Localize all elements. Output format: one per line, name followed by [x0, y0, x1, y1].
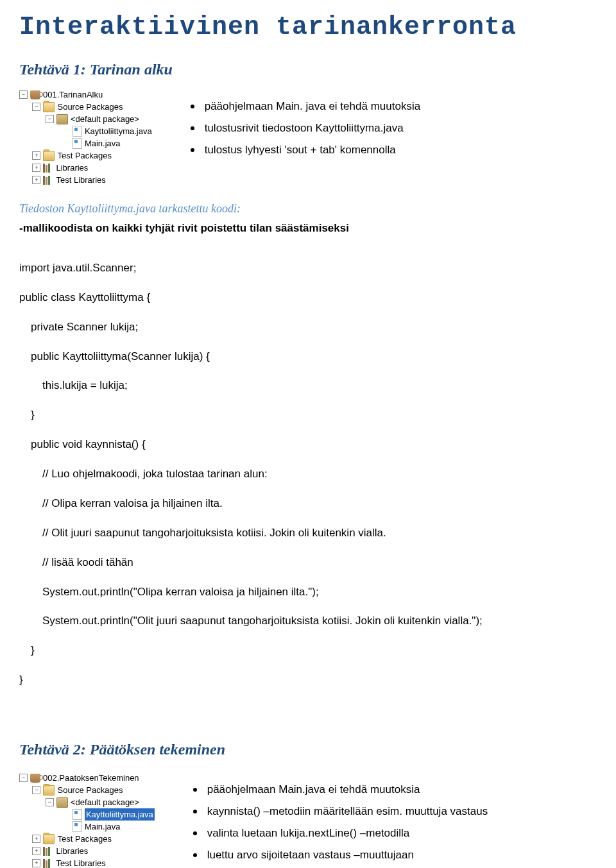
code-line: private Scanner lukija;	[19, 320, 597, 335]
folder-icon	[43, 785, 55, 796]
tree-node-source-packages[interactable]: − Source Packages	[19, 784, 155, 796]
code-line: this.lukija = lukija;	[19, 379, 597, 393]
section-1-heading: Tehtävä 1: Tarinan alku	[19, 61, 597, 78]
tree-label: 001.TarinanAlku	[43, 89, 103, 101]
list-item: kaynnista() –metodiin määritellään esim.…	[193, 805, 488, 818]
collapse-icon[interactable]: −	[32, 786, 40, 794]
tree-label: Main.java	[85, 137, 121, 149]
expand-icon[interactable]: +	[32, 164, 40, 172]
tree-label: Main.java	[85, 821, 121, 833]
library-icon	[43, 164, 53, 173]
tree-node-file[interactable]: Kayttoliittyma.java	[19, 808, 155, 821]
java-file-icon	[73, 809, 82, 820]
library-icon	[43, 176, 53, 185]
tree-label: <default package>	[71, 113, 139, 125]
package-icon	[56, 797, 68, 808]
list-item: luettu arvo sijoitetaan vastaus –muuttuj…	[193, 849, 488, 862]
tree-label: Libraries	[56, 162, 88, 174]
tree-node-file[interactable]: Main.java	[19, 821, 155, 833]
tree-node-root[interactable]: − 001.TarinanAlku	[19, 89, 152, 101]
code-line: import java.util.Scanner;	[19, 261, 597, 276]
expand-icon[interactable]: +	[32, 859, 40, 867]
expand-icon[interactable]: +	[32, 835, 40, 843]
project-tree-1: − 001.TarinanAlku − Source Packages − <d…	[19, 85, 152, 186]
code-line: // Olipa kerran valoisa ja hiljainen ilt…	[19, 497, 597, 511]
collapse-icon[interactable]: −	[19, 774, 28, 782]
tree-label: Libraries	[56, 845, 88, 857]
package-icon	[56, 114, 68, 124]
folder-icon	[43, 834, 55, 844]
code-line: }	[19, 673, 597, 688]
section-2-heading: Tehtävä 2: Päätöksen tekeminen	[19, 741, 597, 758]
collapse-icon[interactable]: −	[19, 90, 28, 99]
tree-node-file[interactable]: Main.java	[19, 137, 152, 149]
code-line: public void kaynnista() {	[19, 438, 597, 452]
code-line: public class Kayttoliittyma {	[19, 291, 597, 305]
tree-label: Test Libraries	[56, 174, 105, 186]
collapse-icon[interactable]: −	[46, 798, 54, 806]
instructions-list-1: pääohjelmaan Main. java ei tehdä muutoks…	[191, 91, 420, 166]
library-icon	[43, 859, 53, 868]
instructions-list-2: pääohjelmaan Main.java ei tehdä muutoksi…	[193, 774, 488, 868]
tree-label: Kayttoliittyma.java	[85, 125, 152, 137]
folder-icon	[43, 151, 55, 161]
tree-node-root[interactable]: − 002.PaatoksenTekeminen	[19, 772, 155, 784]
tree-node-test-libraries[interactable]: + Test Libraries	[19, 174, 152, 186]
code-line: // Olit juuri saapunut tangoharjoituksis…	[19, 526, 597, 541]
tree-label: Source Packages	[57, 101, 123, 113]
code-line: public Kayttoliittyma(Scanner lukija) {	[19, 350, 597, 364]
list-item: valinta luetaan lukija.nextLine() –metod…	[193, 827, 488, 840]
folder-icon	[43, 102, 55, 112]
code-line: System.out.println("Olit juuri saapunut …	[19, 614, 597, 629]
code-note: -mallikoodista on kaikki tyhjät rivit po…	[19, 222, 597, 235]
tree-node-test-libraries[interactable]: + Test Libraries	[19, 857, 155, 868]
code-line: }	[19, 643, 597, 658]
tree-node-file[interactable]: Kayttoliittyma.java	[19, 125, 152, 137]
project-icon	[30, 774, 40, 783]
list-item: tulostusrivit tiedostoon Kayttoliittyma.…	[191, 122, 420, 135]
tree-label: Test Libraries	[56, 857, 105, 868]
tree-node-default-package[interactable]: − <default package>	[19, 113, 152, 125]
list-item: tulostus lyhyesti 'sout + tab' komennoll…	[191, 144, 420, 157]
tree-node-test-packages[interactable]: + Test Packages	[19, 149, 152, 162]
code-subheading: Tiedoston Kayttoliittyma.java tarkastett…	[19, 202, 597, 216]
tree-label: <default package>	[71, 796, 139, 808]
list-item: pääohjelmaan Main.java ei tehdä muutoksi…	[193, 783, 488, 796]
code-line: // lisää koodi tähän	[19, 556, 597, 570]
tree-label: Test Packages	[57, 149, 112, 162]
tree-node-libraries[interactable]: + Libraries	[19, 162, 152, 174]
expand-icon[interactable]: +	[32, 151, 40, 160]
expand-icon[interactable]: +	[32, 847, 40, 855]
project-icon	[30, 90, 40, 99]
collapse-icon[interactable]: −	[46, 115, 54, 123]
code-block: import java.util.Scanner; public class K…	[19, 246, 597, 702]
code-line: // Luo ohjelmakoodi, joka tulostaa tarin…	[19, 467, 597, 482]
tree-label-selected: Kayttoliittyma.java	[85, 808, 155, 821]
code-line: }	[19, 408, 597, 423]
tree-label: Source Packages	[57, 784, 123, 796]
tree-node-test-packages[interactable]: + Test Packages	[19, 833, 155, 845]
java-file-icon	[73, 821, 82, 832]
tree-label: Test Packages	[57, 833, 112, 845]
tree-node-source-packages[interactable]: − Source Packages	[19, 101, 152, 113]
tree-label: 002.PaatoksenTekeminen	[43, 772, 139, 784]
code-line: System.out.println("Olipa kerran valoisa…	[19, 585, 597, 600]
collapse-icon[interactable]: −	[32, 103, 40, 111]
list-item: pääohjelmaan Main. java ei tehdä muutoks…	[191, 100, 420, 113]
tree-node-default-package[interactable]: − <default package>	[19, 796, 155, 808]
project-tree-2: − 002.PaatoksenTekeminen − Source Packag…	[19, 768, 155, 868]
java-file-icon	[73, 126, 82, 137]
page-title: Interaktiivinen tarinankerronta	[19, 13, 597, 42]
java-file-icon	[73, 138, 82, 149]
tree-node-libraries[interactable]: + Libraries	[19, 845, 155, 857]
expand-icon[interactable]: +	[32, 176, 40, 184]
library-icon	[43, 847, 53, 856]
